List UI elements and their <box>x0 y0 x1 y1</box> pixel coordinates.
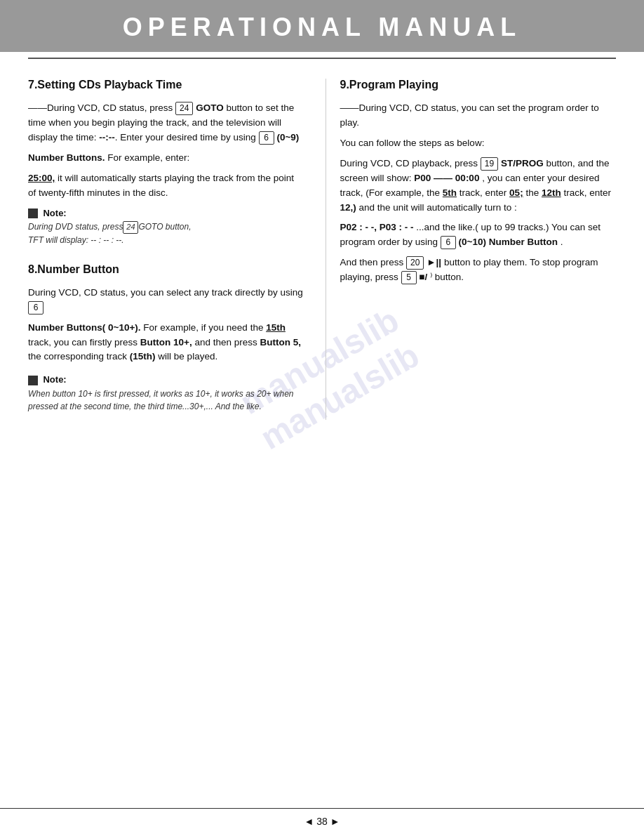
p03-label: P03 : - - <box>380 222 414 232</box>
btn-24: 24 <box>175 102 193 115</box>
note-label-8: Note: <box>43 374 66 385</box>
p00-label: P00 <box>414 173 431 183</box>
section-8: 8.Number Button During VCD, CD status, y… <box>28 263 304 413</box>
section-8-note: Note: When button 10+ is first pressed, … <box>28 374 304 413</box>
range-09: (0~9) <box>276 132 299 143</box>
btn-24-note: 24 <box>123 221 138 233</box>
section-7-number-buttons: Number Buttons. For example, enter: <box>28 151 304 166</box>
p02-label: P02 : - -, <box>340 222 377 232</box>
section-9-steps: You can follow the steps as below: <box>340 136 617 151</box>
left-column: 7.Setting CDs Playback Time ——During VCD… <box>28 79 326 420</box>
right-column: 9.Program Playing ——During VCD, CD statu… <box>326 79 617 420</box>
note-label-7: Note: <box>43 208 66 218</box>
track-15th: 15th <box>266 322 286 333</box>
section-9-intro: ——During VCD, CD status, you can set the… <box>340 101 617 131</box>
stop-label: ■/ <box>419 272 427 282</box>
section-7-note: Note: During DVD status, press 24 GOTO b… <box>28 208 304 246</box>
section-9: 9.Program Playing ——During VCD, CD statu… <box>340 79 617 285</box>
btn-6-s8: 6 <box>28 301 43 315</box>
section-9-para1: During VCD, CD playback, press 19 ST/PRO… <box>340 157 617 216</box>
and-then-text: And then press <box>340 257 404 267</box>
btn-20: 20 <box>406 256 424 270</box>
stprog-label: ST/PROG <box>501 158 544 168</box>
number-buttons-label: Number Buttons. <box>28 152 105 163</box>
05-label: 05; <box>509 187 523 198</box>
play-btn-label: ►|| <box>427 257 441 267</box>
note-icon-7 <box>28 208 38 218</box>
page-footer: ◄ 38 ► <box>0 808 644 834</box>
page-title: OPERATIONAL MANUAL <box>0 13 644 42</box>
btn10-label: Button 10+, <box>140 337 192 348</box>
em-dash-7: ——During VCD, CD status, press <box>28 102 173 113</box>
note-icon-8 <box>28 376 38 385</box>
section-8-para2: Number Buttons( 0~10+). For ex­ample, if… <box>28 321 304 365</box>
section-9-p02p03: P02 : - -, P03 : - - ...and the like.( u… <box>340 220 617 250</box>
example-num: 25:00, <box>28 173 55 183</box>
main-content: 7.Setting CDs Playback Time ——During VCD… <box>0 59 644 462</box>
section-7-intro: ——During VCD, CD status, press 24 GOTO b… <box>28 101 304 145</box>
btn-6-s9: 6 <box>441 236 456 249</box>
page-number: ◄ 38 ► <box>304 816 340 827</box>
12th-label: 12th <box>542 187 561 198</box>
range-010: (0~10) Number Button <box>459 237 558 247</box>
page-header: OPERATIONAL MANUAL <box>0 0 644 52</box>
5th-label: 5th <box>443 187 457 198</box>
goto-label: GOTO <box>196 102 224 113</box>
section-8-title: 8.Number Button <box>28 263 304 276</box>
track-15th-2: (15th) <box>130 351 156 362</box>
btn-19: 19 <box>481 157 498 171</box>
btn-6-s7: 6 <box>259 131 274 145</box>
btn5-label: Button 5, <box>260 337 302 348</box>
section-7: 7.Setting CDs Playback Time ——During VCD… <box>28 79 304 246</box>
note-text-7: During DVD status, press 24 GOTO button,… <box>28 220 304 246</box>
number-buttons-s8: Number Buttons( 0~10+). <box>28 322 141 333</box>
time-label: 00:00 <box>455 173 480 183</box>
section-9-title: 9.Program Playing <box>340 79 617 91</box>
section-9-andthen: And then press 20 ►|| button to play the… <box>340 256 617 285</box>
note-text-8: When button 10+ is first pressed, it wor… <box>28 388 304 413</box>
section-7-example: 25:00, it will automatically starts play… <box>28 171 304 201</box>
section-8-para1: During VCD, CD status, you can se­lect a… <box>28 286 304 315</box>
btn-5: 5 <box>401 271 417 284</box>
12-label: 12,) <box>340 202 356 213</box>
section-7-title: 7.Setting CDs Playback Time <box>28 79 304 91</box>
